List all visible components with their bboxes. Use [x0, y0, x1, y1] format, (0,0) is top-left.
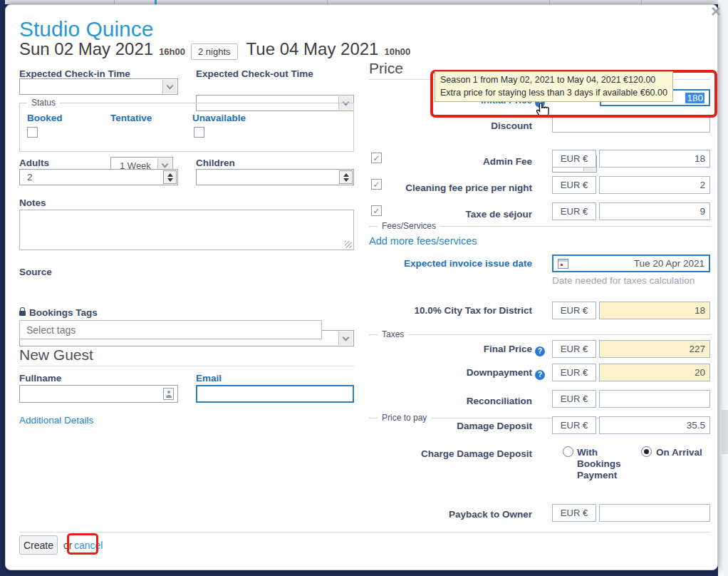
tentative-label: Tentative [110, 113, 152, 123]
checkout-time: 10h00 [384, 46, 410, 57]
city-tax-input[interactable]: 18 [599, 302, 710, 319]
on-arrival-label: On Arrival [656, 447, 713, 458]
page-backdrop: × Studio Quince Sun 02 May 2021 16h00 2 … [0, 0, 728, 576]
taxes-fieldset: Taxes [369, 334, 710, 335]
currency-addon: EUR € [552, 340, 596, 358]
booked-checkbox[interactable] [27, 127, 38, 138]
reconciliation-label: Reconciliation [369, 396, 532, 407]
fees-services-fieldset: Fees/Services [369, 226, 710, 227]
with-bookings-payment-radio[interactable] [563, 446, 573, 457]
currency-addon: EUR € [552, 202, 596, 220]
downpayment-input[interactable]: 20 [599, 364, 710, 381]
add-fees-link[interactable]: Add more fees/services [369, 235, 477, 247]
new-guest-section: New Guest [19, 346, 354, 366]
tooltip-line-1: Season 1 from May 02, 2021 to May 04, 20… [440, 74, 667, 87]
currency-addon: EUR € [552, 390, 596, 408]
admin-fee-input[interactable]: 18 [599, 150, 710, 168]
close-icon[interactable]: × [711, 5, 721, 18]
booking-dates-row: Sun 02 May 2021 16h00 2 nights Tue 04 Ma… [19, 39, 410, 60]
status-fieldset: Status [19, 103, 354, 152]
damage-deposit-label: Damage Deposit [369, 421, 532, 432]
chevron-down-icon[interactable] [162, 80, 177, 93]
city-tax-label: 10.0% City Tax for District [369, 305, 532, 317]
status-legend: Status [27, 98, 60, 108]
adults-input[interactable]: 2 [19, 169, 178, 185]
currency-addon: EUR € [552, 302, 596, 319]
notes-label: Notes [19, 197, 46, 208]
checkin-time-label: Expected Check-in Time [19, 68, 130, 79]
help-icon[interactable]: ? [535, 370, 545, 380]
taxe-sejour-input[interactable]: 9 [599, 202, 710, 220]
footer-divider [19, 532, 710, 533]
price-title: Price [369, 60, 403, 76]
bookings-tags-label: Bookings Tags [19, 307, 98, 318]
currency-addon: EUR € [552, 504, 596, 522]
adults-value: 2 [27, 172, 33, 182]
payback-input[interactable] [599, 504, 710, 522]
price-tooltip: Season 1 from May 02, 2021 to May 04, 20… [435, 71, 673, 102]
checkin-time-select[interactable] [19, 78, 178, 95]
invoice-date-label: Expected invoice issue date [369, 258, 532, 269]
booked-label: Booked [27, 113, 63, 123]
additional-details-link[interactable]: Additional Details [19, 415, 93, 426]
children-label: Children [196, 158, 235, 168]
chevron-down-icon[interactable] [338, 331, 353, 345]
currency-addon: EUR € [552, 150, 596, 168]
contact-card-icon [163, 388, 174, 400]
invoice-date-value: Tue 20 Apr 2021 [634, 258, 704, 269]
currency-addon: EUR € [552, 364, 596, 381]
taxe-sejour-label: Taxe de séjour [369, 209, 532, 220]
payback-label: Payback to Owner [369, 509, 532, 520]
fees-services-legend: Fees/Services [378, 221, 440, 231]
damage-deposit-input[interactable]: 35.5 [599, 416, 710, 434]
cleaning-fee-input[interactable]: 2 [599, 176, 710, 194]
lock-icon [19, 311, 26, 316]
tooltip-line-2: Extra price for staying less than 3 days… [440, 87, 667, 100]
page-title: Studio Quince [19, 17, 153, 41]
calendar-icon[interactable] [558, 259, 568, 269]
nights-badge: 2 nights [191, 43, 238, 60]
reconciliation-input[interactable] [599, 390, 710, 408]
checkin-time: 16h00 [159, 46, 185, 57]
discount-input[interactable] [552, 115, 710, 133]
admin-fee-label: Admin Fee [369, 156, 532, 168]
checkin-date: Sun 02 May 2021 [19, 39, 153, 59]
with-bookings-payment-label: With Bookings Payment [577, 447, 627, 481]
unavailable-checkbox[interactable] [194, 127, 204, 138]
cleaning-fee-label: Cleaning fee price per night [369, 182, 532, 194]
tags-input[interactable] [19, 320, 322, 339]
checkout-time-label: Expected Check-out Time [196, 68, 313, 79]
charge-damage-deposit-label: Charge Damage Deposit [369, 448, 532, 460]
resize-grip-icon[interactable] [345, 241, 352, 248]
adults-label: Adults [19, 158, 49, 168]
annotation-box-cancel [67, 533, 98, 555]
adults-stepper[interactable] [163, 170, 177, 184]
notes-textarea[interactable] [19, 210, 354, 250]
invoice-date-input[interactable]: Tue 20 Apr 2021 [552, 254, 710, 272]
on-arrival-radio[interactable] [641, 446, 652, 457]
unavailable-label: Unavailable [192, 113, 246, 123]
new-guest-title: New Guest [19, 346, 93, 363]
fullname-label: Fullname [19, 373, 61, 384]
email-label: Email [196, 373, 222, 384]
discount-label: Discount [369, 120, 532, 132]
downpayment-label: Downpayment? [369, 367, 545, 380]
final-price-label: Final Price? [369, 344, 545, 356]
children-stepper[interactable] [339, 170, 353, 184]
invoice-date-hint: Date needed for taxes calculation [552, 275, 695, 286]
source-label: Source [19, 267, 52, 277]
fullname-input[interactable] [19, 385, 178, 403]
create-button[interactable]: Create [19, 535, 58, 555]
final-price-input[interactable]: 227 [599, 340, 710, 358]
checkout-date: Tue 04 May 2021 [246, 39, 379, 59]
help-icon[interactable]: ? [535, 346, 545, 356]
email-input[interactable] [196, 385, 354, 403]
currency-addon: EUR € [552, 416, 596, 434]
currency-addon: EUR € [552, 176, 596, 194]
children-input[interactable] [196, 169, 354, 185]
taxes-legend: Taxes [378, 329, 408, 339]
